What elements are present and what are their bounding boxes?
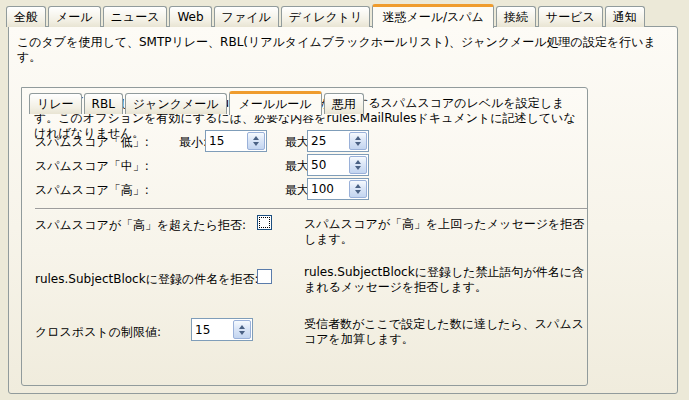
score-mid-max-spinbox[interactable] <box>307 154 369 176</box>
tab-directory[interactable]: ディレクトリ <box>281 6 371 27</box>
tab-general[interactable]: 全般 <box>6 6 46 27</box>
score-low-label: スパムスコア「低」: <box>35 134 149 151</box>
spin-up-icon[interactable] <box>253 136 259 140</box>
score-low-min-spin-buttons[interactable] <box>247 132 265 150</box>
tab-news[interactable]: ニュース <box>103 6 168 27</box>
tab-rbl[interactable]: RBL <box>84 93 123 114</box>
spin-down-icon[interactable] <box>253 142 259 146</box>
crosspost-limit-label: クロスポストの制限値: <box>35 324 161 341</box>
tab-mail[interactable]: メール <box>48 6 101 27</box>
spam-tab-panel: このタブを使用して、SMTPリレー、RBL(リアルタイムブラックホールリスト)、… <box>8 26 678 394</box>
tab-junkmail[interactable]: ジャンクメール <box>125 93 227 114</box>
score-low-min-input[interactable] <box>206 131 246 151</box>
reject-subject-label: rules.SubjectBlockに登録の件名を拒否: <box>35 271 259 288</box>
spin-down-icon[interactable] <box>239 331 245 335</box>
reject-high-label: スパムスコアが「高」を超えたら拒否: <box>35 217 246 234</box>
tab-file[interactable]: ファイル <box>214 6 279 27</box>
reject-subject-checkbox[interactable] <box>257 269 272 284</box>
score-high-label: スパムスコア「高」: <box>35 182 149 199</box>
spin-up-icon[interactable] <box>239 325 245 329</box>
section-divider <box>35 208 587 209</box>
crosspost-limit-description: 受信者数がここで設定した数に達したら、スパムスコアを加算します。 <box>304 317 592 347</box>
tab-web[interactable]: Web <box>169 6 211 27</box>
reject-subject-description: rules.SubjectBlockに登録した禁止語句が件名に含まれるメッセージ… <box>304 265 592 295</box>
spin-up-icon[interactable] <box>355 136 361 140</box>
score-high-max-input[interactable] <box>308 179 348 199</box>
tab-connection[interactable]: 接続 <box>496 6 536 27</box>
spam-tab-description: このタブを使用して、SMTPリレー、RBL(リアルタイムブラックホールリスト)、… <box>17 35 662 65</box>
score-high-max-spinbox[interactable] <box>307 178 369 200</box>
crosspost-limit-input[interactable] <box>192 319 232 340</box>
crosspost-spin-buttons[interactable] <box>233 320 251 339</box>
score-mid-max-spin-buttons[interactable] <box>349 156 367 174</box>
mailrules-panel: このタブを使用して、rules.MailRulesドキュメントが記録するスパムス… <box>21 87 588 386</box>
tab-spam[interactable]: 迷惑メール/スパム <box>372 4 493 28</box>
top-tab-strip: 全般 メール ニュース Web ファイル ディレクトリ 迷惑メール/スパム 接続… <box>6 3 645 27</box>
spin-down-icon[interactable] <box>355 142 361 146</box>
score-high-max-spin-buttons[interactable] <box>349 180 367 198</box>
tab-mailrules[interactable]: メールルール <box>229 91 322 115</box>
score-low-min-label: 最小: <box>179 134 207 151</box>
inner-tab-strip: リレー RBL ジャンクメール メールルール 悪用 <box>29 86 364 114</box>
tab-relay[interactable]: リレー <box>29 93 82 114</box>
score-low-min-spinbox[interactable] <box>205 130 267 152</box>
score-low-max-spin-buttons[interactable] <box>349 132 367 150</box>
reject-high-checkbox[interactable] <box>257 215 272 230</box>
crosspost-limit-spinbox[interactable] <box>191 318 253 341</box>
spin-down-icon[interactable] <box>355 166 361 170</box>
reject-high-description: スパムスコアが「高」を上回ったメッセージを拒否します。 <box>304 217 592 247</box>
score-low-max-spinbox[interactable] <box>307 130 369 152</box>
score-mid-label: スパムスコア「中」: <box>35 158 149 175</box>
spin-up-icon[interactable] <box>355 160 361 164</box>
spin-up-icon[interactable] <box>355 184 361 188</box>
tab-notification[interactable]: 通知 <box>605 6 645 27</box>
spin-down-icon[interactable] <box>355 190 361 194</box>
score-mid-max-input[interactable] <box>308 155 348 175</box>
tab-service[interactable]: サービス <box>538 6 603 27</box>
tab-abuse[interactable]: 悪用 <box>324 93 364 114</box>
score-low-max-input[interactable] <box>308 131 348 151</box>
settings-window: 全般 メール ニュース Web ファイル ディレクトリ 迷惑メール/スパム 接続… <box>0 0 689 400</box>
